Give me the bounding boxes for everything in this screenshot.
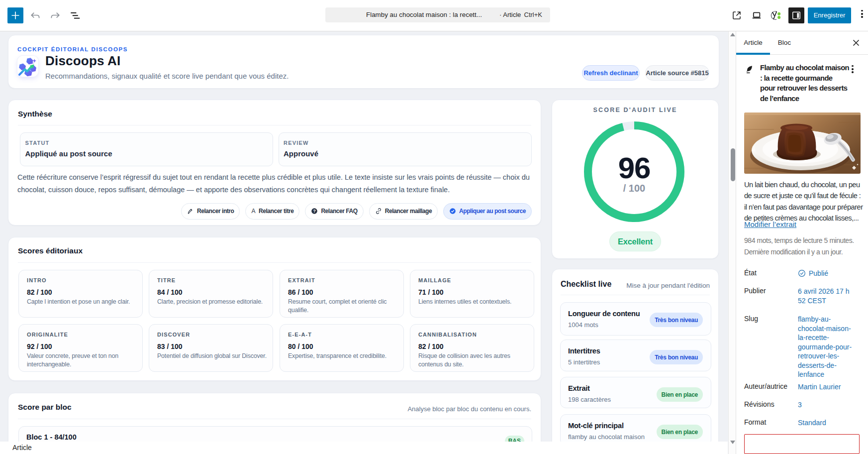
svg-text:?: ? (313, 209, 316, 214)
